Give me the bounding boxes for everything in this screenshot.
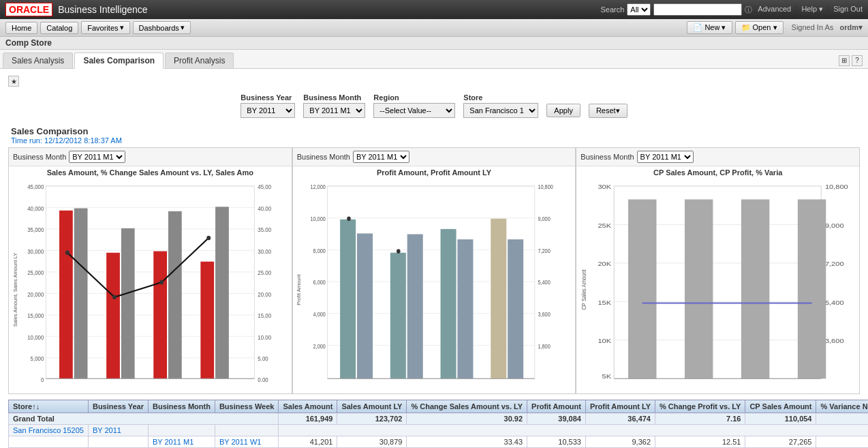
dashboards-button[interactable]: Dashboards ▾ [133, 21, 191, 34]
svg-rect-99 [798, 199, 826, 378]
store-year: BY 2011 [88, 425, 148, 436]
business-year-select[interactable]: BY 2011 [241, 103, 295, 118]
col-profit-amount-ly: Profit Amount LY [585, 400, 655, 413]
chart3-bm-select[interactable]: BY 2011 M1 [637, 151, 694, 163]
svg-text:10,800: 10,800 [825, 183, 848, 190]
svg-text:35.00: 35.00 [258, 226, 271, 233]
svg-rect-34 [106, 253, 120, 379]
svg-text:20K: 20K [598, 260, 612, 267]
chart-sales-amount: Business Month BY 2011 M1 Sales Amount, … [8, 147, 292, 394]
gt-sales-amount-ly: 123,702 [337, 413, 407, 425]
store-select[interactable]: San Francisco 1 [463, 103, 538, 118]
svg-text:30K: 30K [598, 183, 612, 190]
svg-text:10,000: 10,000 [27, 333, 44, 340]
svg-text:40.00: 40.00 [258, 205, 271, 211]
signout-link[interactable]: Sign Out [833, 5, 863, 14]
svg-text:7,200: 7,200 [825, 260, 844, 267]
svg-text:7,200: 7,200 [538, 248, 551, 254]
w1-sales-ly: 30,879 [337, 436, 407, 448]
toolbar-icons: ⊞ ? [839, 53, 865, 68]
chart1-bm-select[interactable]: BY 2011 M1 [69, 151, 125, 163]
col-profit-amount: Profit Amount [527, 400, 586, 413]
gt-cp-sales-amount: 110,054 [745, 413, 816, 425]
svg-rect-35 [121, 228, 135, 379]
region-select[interactable]: --Select Value-- [373, 103, 455, 118]
grid-icon[interactable]: ⊞ [839, 55, 850, 66]
table-row-grand-total: Grand Total 161,949 123,702 30.92 39,084… [9, 413, 869, 425]
search-input[interactable] [653, 3, 742, 16]
w1-cp-sales: 27,265 [745, 436, 816, 448]
svg-rect-37 [168, 211, 182, 378]
svg-rect-39 [215, 207, 229, 378]
store-year-link[interactable]: BY 2011 [93, 426, 121, 434]
svg-text:3,600: 3,600 [538, 311, 551, 318]
svg-text:40,000: 40,000 [27, 205, 44, 211]
col-business-month[interactable]: Business Month [148, 400, 215, 413]
col-business-year[interactable]: Business Year [88, 400, 148, 413]
chart3-bm-label: Business Month [580, 153, 634, 161]
gt-profit-amount: 39,084 [527, 413, 586, 425]
w1-profit-ly: 9,362 [585, 436, 655, 448]
svg-text:25K: 25K [598, 222, 612, 229]
svg-rect-98 [741, 199, 769, 378]
svg-rect-67 [357, 233, 373, 378]
new-icon: 📄 [693, 23, 702, 31]
svg-text:10,800: 10,800 [538, 184, 553, 191]
search-help-icon[interactable]: ⓘ [745, 5, 752, 15]
svg-rect-32 [59, 211, 73, 379]
svg-text:15.00: 15.00 [258, 312, 271, 319]
svg-text:Sales Amount, Sales Amount LY: Sales Amount, Sales Amount LY [12, 252, 18, 327]
col-cp-sales-amount: CP Sales Amount [745, 400, 816, 413]
separator1: | [795, 5, 797, 14]
svg-rect-33 [74, 208, 88, 378]
catalog-button[interactable]: Catalog [40, 22, 78, 34]
svg-text:8,000: 8,000 [313, 248, 326, 254]
new-button[interactable]: 📄 New ▾ [687, 21, 732, 34]
business-month-select[interactable]: BY 2011 M1 [303, 103, 365, 118]
col-business-week[interactable]: Business Week [215, 400, 279, 413]
home-button[interactable]: Home [5, 22, 37, 34]
chart2-bm-label: Business Month [297, 153, 350, 161]
svg-rect-96 [628, 199, 656, 378]
svg-text:0.00: 0.00 [258, 376, 268, 383]
open-button[interactable]: 📁 Open ▾ [735, 21, 784, 34]
store-week [215, 425, 279, 436]
gt-pct-variance [816, 413, 868, 425]
svg-rect-36 [153, 251, 167, 378]
favorites-button[interactable]: Favorites ▾ [81, 21, 129, 34]
w1-profit: 10,533 [527, 436, 586, 448]
svg-point-41 [112, 295, 117, 300]
col-store[interactable]: Store↑↓ [9, 400, 89, 413]
open-icon: 📁 [741, 23, 751, 31]
w1-week-link[interactable]: BY 2011 W1 [219, 438, 262, 446]
svg-text:35,000: 35,000 [27, 226, 44, 233]
w1-month-link[interactable]: BY 2011 M1 [153, 438, 193, 446]
svg-rect-66 [340, 220, 356, 379]
reset-button[interactable]: Reset▾ [589, 104, 627, 118]
svg-text:10K: 10K [598, 338, 612, 344]
search-scope[interactable]: All [627, 3, 651, 16]
question-icon[interactable]: ? [852, 55, 863, 66]
svg-text:9,000: 9,000 [825, 222, 844, 229]
svg-rect-70 [440, 229, 456, 378]
bookmark-icon[interactable]: ★ [8, 76, 19, 87]
apply-button[interactable]: Apply [546, 104, 580, 117]
svg-point-75 [397, 249, 401, 254]
svg-text:5,000: 5,000 [31, 355, 44, 362]
table-row-week1: BY 2011 M1 BY 2011 W1 41,201 30,879 33.4… [9, 436, 869, 448]
store-link[interactable]: San Francisco 15205 [13, 426, 84, 434]
tab-sales-comparison[interactable]: Sales Comparison [74, 53, 164, 69]
col-pct-variance: % Variance Net Sales Amount [816, 400, 868, 413]
gt-sales-amount: 161,949 [279, 413, 337, 425]
tab-profit-analysis[interactable]: Profit Analysis [165, 53, 234, 68]
chart2-bm-select[interactable]: BY 2011 M1 [353, 151, 409, 163]
section-title: Sales Comparison [5, 123, 863, 136]
tab-sales-analysis[interactable]: Sales Analysis [3, 53, 73, 68]
help-link[interactable]: Help ▾ [801, 5, 823, 14]
svg-rect-38 [200, 262, 214, 379]
svg-text:30.00: 30.00 [258, 248, 271, 254]
advanced-link[interactable]: Advanced [758, 5, 791, 14]
col-sales-amount: Sales Amount [279, 400, 337, 413]
search-label: Search [600, 5, 624, 14]
chart3-title: CP Sales Amount, CP Profit, % Varia [576, 166, 859, 179]
